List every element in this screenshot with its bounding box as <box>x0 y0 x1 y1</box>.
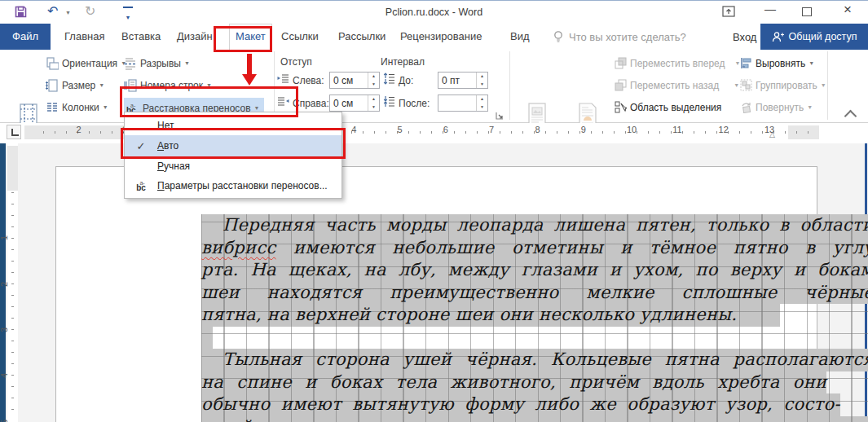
spacing-heading: Интервал <box>381 56 425 68</box>
position-icon <box>527 103 547 125</box>
text-line[interactable]: вибрисс имеются небольшие отметины и тём… <box>201 237 868 260</box>
ruler-number: 4 <box>351 125 356 134</box>
tab-ssylki[interactable]: Ссылки <box>280 24 320 50</box>
menu-item-manual[interactable]: Ручная <box>125 156 341 176</box>
lightbulb-icon <box>553 30 564 43</box>
indent-right-value[interactable]: 0 см <box>330 98 368 109</box>
spacing-before-icon <box>383 73 395 85</box>
sign-in-link[interactable]: Вход <box>733 31 756 43</box>
tab-vid[interactable]: Вид <box>509 24 531 50</box>
spacing-before-value[interactable]: 0 пт <box>438 75 476 86</box>
spacing-before-spinner[interactable]: ▲▼ <box>476 73 487 88</box>
text-line[interactable]: обычно имеют вытянутую форму либо же обр… <box>201 393 868 416</box>
tab-dizain[interactable]: Дизайн <box>175 24 214 50</box>
indent-right-spinner[interactable]: ▲▼ <box>368 95 379 111</box>
text-line[interactable]: Передняя часть морды леопарда лишена пят… <box>201 214 868 237</box>
columns-dropdown-icon: ▼ <box>103 104 108 110</box>
line-text: обычно имеют вытянутую форму либо же обр… <box>201 393 840 416</box>
ruler-number: 6 <box>443 125 448 134</box>
tab-file[interactable]: Файл <box>0 24 51 50</box>
rotate-label: Повернуть <box>756 102 804 113</box>
wrap-text-icon <box>578 103 597 125</box>
send-backward-dropdown-icon: ▼ <box>734 82 739 88</box>
tell-me-box[interactable]: Что вы хотите сделать? <box>569 31 686 43</box>
share-button[interactable]: Общий доступ <box>760 24 868 50</box>
indent-left-input[interactable]: 0 см ▲▼ <box>329 72 380 89</box>
tab-maket[interactable]: Макет <box>229 24 272 51</box>
ruler-number: 1 <box>0 235 9 240</box>
misspelled-word[interactable]: вибрисс <box>201 238 276 257</box>
indent-left-value[interactable]: 0 см <box>330 75 368 86</box>
line-text: ящий из крупных вытянутых кольцевых и сп… <box>201 416 868 422</box>
align-dropdown-icon: ▼ <box>809 60 814 66</box>
ruler-number: 2 <box>76 125 81 134</box>
breaks-button[interactable]: Разрывы ▼ <box>124 54 190 73</box>
breaks-icon <box>124 57 137 70</box>
size-dropdown-icon: ▼ <box>99 82 104 88</box>
tab-recenzirovanie[interactable]: Рецензирование <box>399 24 483 50</box>
spacing-after-spinner[interactable]: ▲▼ <box>476 95 487 111</box>
rotate-button: Повернуть ▼ <box>740 98 813 116</box>
share-person-icon <box>772 31 784 42</box>
tab-glavnaya[interactable]: Главная <box>63 24 106 50</box>
text-line[interactable]: Тыльная сторона ушей чёрная. Кольцевые п… <box>201 349 868 371</box>
selection-pane-button[interactable]: Область выделения <box>615 98 721 116</box>
group-dropdown-icon: ▼ <box>821 82 826 88</box>
align-button[interactable]: Выровнять ▼ <box>740 54 814 73</box>
paragraph-dialog-launcher-icon[interactable] <box>496 112 504 120</box>
title-bar: ↶ ▼ ↻ ▼ Pclion.ru.docx - Word — × <box>0 1 868 24</box>
send-backward-label: Переместить назад <box>630 80 719 91</box>
line-text: пятна, на верхней стороне шеи они нескол… <box>201 304 868 327</box>
indent-right-input[interactable]: 0 см ▲▼ <box>329 95 380 112</box>
indent-left-label: Слева: <box>293 75 324 86</box>
maximize-button[interactable] <box>795 4 818 20</box>
line-numbers-icon <box>124 79 137 92</box>
columns-label: Колонки <box>62 102 99 113</box>
menu-item-hyphenation-options[interactable]: a- bc Параметры расстановки переносов... <box>125 176 341 196</box>
ruler-number: 3 <box>0 327 9 332</box>
line-text: Передняя часть морды леопарда лишена пят… <box>201 214 868 237</box>
ruler-number: 11 <box>672 125 681 134</box>
hyphenation-dropdown-icon: ▼ <box>254 105 260 111</box>
ruler-number: 8 <box>535 125 540 134</box>
group-icon <box>740 79 752 91</box>
group-button: Группировать ▼ <box>740 76 826 95</box>
minimize-button[interactable]: — <box>759 1 782 17</box>
spacing-before-input[interactable]: 0 пт ▲▼ <box>438 72 488 89</box>
hyphenation-options-bc-icon: a- bc <box>125 181 157 191</box>
spacing-after-icon <box>383 95 395 108</box>
text-block[interactable]: Передняя часть морды леопарда лишена пят… <box>201 214 868 422</box>
line-numbers-button[interactable]: Номера строк ▼ <box>124 76 212 95</box>
size-button[interactable]: Размер ▼ <box>46 76 104 95</box>
orientation-button[interactable]: Ориентация ▼ <box>46 54 126 73</box>
indent-right-label: Справа: <box>293 98 329 109</box>
page[interactable]: Передняя часть морды леопарда лишена пят… <box>55 166 817 422</box>
tab-rassylki[interactable]: Рассылки <box>337 24 387 50</box>
line-text: шеи находятся преимущественно мелкие спл… <box>201 282 868 305</box>
menu-item-none[interactable]: Нет <box>125 116 341 135</box>
spacing-after-input[interactable]: ▲▼ <box>438 95 488 112</box>
text-line[interactable]: на спине и боках тела животного, причём … <box>201 371 868 394</box>
tab-vstavka[interactable]: Вставка <box>120 24 162 50</box>
word-window: ↶ ▼ ↻ ▼ Pclion.ru.docx - Word — × Файл Г… <box>0 0 868 422</box>
ruler-number: 12 <box>719 125 729 134</box>
ribbon-display-options-icon[interactable] <box>717 4 740 20</box>
align-label: Выровнять <box>756 58 805 69</box>
checkmark-icon: ✓ <box>125 140 157 152</box>
close-button[interactable]: × <box>836 2 859 18</box>
text-line[interactable]: шеи находятся преимущественно мелкие спл… <box>201 282 868 305</box>
menu-item-auto[interactable]: ✓ Авто <box>125 135 341 156</box>
columns-button[interactable]: Колонки ▼ <box>46 98 108 116</box>
text-line[interactable]: ящий из крупных вытянутых кольцевых и сп… <box>201 416 868 422</box>
indent-left-spinner[interactable]: ▲▼ <box>368 73 379 88</box>
collapse-ribbon-icon[interactable] <box>844 110 857 123</box>
text-line[interactable]: пятна, на верхней стороне шеи они нескол… <box>201 304 868 327</box>
selection-pane-label: Область выделения <box>630 102 721 113</box>
size-label: Размер <box>62 80 95 91</box>
text-line[interactable]: рта. На щеках, на лбу, между глазами и у… <box>201 259 868 282</box>
bring-forward-button: Переместить вперед ▼ <box>615 54 740 73</box>
share-label: Общий доступ <box>789 31 857 42</box>
breaks-dropdown-icon: ▼ <box>184 60 190 66</box>
text-line[interactable] <box>201 327 868 349</box>
ruler-number: 4 <box>0 373 9 378</box>
